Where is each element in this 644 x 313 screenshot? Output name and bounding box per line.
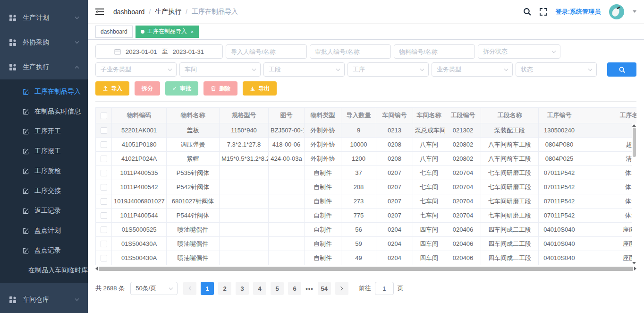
filter-select[interactable]: 工序: [347, 62, 429, 77]
row-checkbox[interactable]: [101, 127, 107, 134]
row-checkbox[interactable]: [101, 198, 107, 205]
row-checkbox[interactable]: [101, 212, 107, 219]
horizontal-scrollbar[interactable]: [95, 266, 636, 271]
table-row[interactable]: 1011P400544P544针阀体自制件7750207七车间020704七车间…: [96, 209, 637, 223]
table-row[interactable]: 41051P0180调压弹簧7.3*2.1*27.8418-00-06外制外协1…: [96, 138, 637, 152]
avatar[interactable]: [609, 4, 624, 19]
row-checkbox[interactable]: [101, 241, 107, 247]
page-size-value: 50条/页: [136, 284, 156, 293]
pager-pages: 123456•••54: [201, 282, 331, 295]
material-input[interactable]: [394, 44, 475, 59]
row-checkbox[interactable]: [101, 141, 107, 148]
scroll-left-icon[interactable]: [95, 267, 98, 270]
pager-page-button[interactable]: 4: [253, 282, 266, 295]
table-cell: 020802: [445, 138, 481, 152]
sidebar-item-production-plan[interactable]: 生产计划: [0, 6, 88, 30]
sidebar-subitem[interactable]: 在制品入车间临时库记录: [0, 261, 88, 280]
pager-page-button[interactable]: 2: [218, 282, 231, 295]
sidebar-subitem[interactable]: 盘点计划: [0, 221, 88, 241]
date-range-picker[interactable]: 2023-01-01 至 2023-01-31: [95, 44, 223, 59]
table-cell: 41021P024A: [112, 152, 167, 166]
sidebar-subitem[interactable]: 工序质检: [0, 161, 88, 181]
pager-page-button[interactable]: 54: [318, 282, 331, 295]
caret-down-icon[interactable]: [633, 10, 636, 13]
sidebar-subitem[interactable]: 返工记录: [0, 201, 88, 221]
select-placeholder: 状态: [521, 65, 533, 74]
breadcrumb-item[interactable]: 生产执行: [155, 8, 181, 16]
page-size-select[interactable]: 50条/页: [130, 282, 178, 295]
table-cell: 外制外协: [305, 123, 341, 138]
row-checkbox[interactable]: [101, 156, 107, 162]
sidebar-item-outsourcing[interactable]: 外协采购: [0, 30, 88, 55]
filter-select[interactable]: 车间: [179, 62, 261, 77]
filter-select[interactable]: 业务类型: [432, 62, 513, 77]
table-cell: [269, 237, 305, 251]
table-row[interactable]: 01S500430A喷油嘴偶件自制件490204四车间020406四车间成二工段…: [96, 251, 637, 265]
table-row[interactable]: 1011P400542P542针阀体自制件2080207七车间020704七车间…: [96, 180, 637, 194]
sidebar-subitem[interactable]: 工序在制品导入: [0, 82, 88, 102]
date-end-value: 2023-01-31: [173, 48, 204, 55]
table-row[interactable]: 1011P400535P535针阀体自制件370207七车间020704七车间研…: [96, 166, 637, 180]
scroll-up-icon[interactable]: [632, 124, 636, 127]
table-row[interactable]: 01S5000525喷油嘴偶件自制件560204四车间020406四车间成二工段…: [96, 223, 637, 237]
table-row[interactable]: 52201AK001盖板1150*940BZJ507-00-15外制外协9021…: [96, 123, 637, 138]
sidebar-subitem[interactable]: 盘点记录: [0, 241, 88, 261]
row-checkbox[interactable]: [101, 170, 107, 176]
pager-page-button[interactable]: 1: [201, 282, 214, 295]
filter-select[interactable]: 状态: [516, 62, 597, 77]
vertical-scrollbar[interactable]: [632, 123, 636, 265]
export-button[interactable]: 导出: [243, 81, 277, 96]
tab-label: dashboard: [101, 28, 127, 35]
row-checkbox[interactable]: [101, 255, 107, 261]
filter-select[interactable]: 子业务类型: [95, 62, 177, 77]
row-checkbox[interactable]: [101, 184, 107, 191]
pager-page-button[interactable]: 3: [236, 282, 249, 295]
sidebar-item-production-exec[interactable]: 生产执行: [0, 55, 88, 79]
sidebar-item-workshop-warehouse[interactable]: 车间仓库: [0, 287, 88, 312]
fullscreen-icon[interactable]: [540, 8, 547, 16]
sidebar: 销售计划 生产计划 外协采购 生产执行 工序在制品导入在制品实时信息工序开工工序…: [0, 0, 88, 313]
split-status-select[interactable]: 拆分状态: [478, 44, 560, 59]
close-icon[interactable]: ×: [191, 29, 194, 35]
select-all-checkbox[interactable]: [101, 113, 107, 119]
filter-select[interactable]: 工段: [263, 62, 345, 77]
sidebar-subitem[interactable]: 工序开工: [0, 122, 88, 141]
approve-button[interactable]: ✓ 审批: [165, 81, 198, 96]
approver-input[interactable]: [310, 44, 391, 59]
breadcrumb-item[interactable]: dashboard: [113, 8, 144, 16]
table-cell: 0207: [376, 194, 413, 209]
scroll-down-icon[interactable]: [632, 262, 636, 264]
next-page-button[interactable]: [335, 282, 348, 295]
row-checkbox[interactable]: [101, 226, 107, 233]
sidebar-subitem[interactable]: 在制品实时信息: [0, 102, 88, 122]
sidebar-subitem[interactable]: 工序交接: [0, 181, 88, 201]
sidebar-item-sales-plan[interactable]: 销售计划: [0, 0, 88, 6]
table-cell: 9: [341, 123, 376, 138]
horizontal-scroll-thumb[interactable]: [99, 267, 633, 271]
hamburger-icon[interactable]: [95, 8, 104, 16]
table-row[interactable]: 41021P024A紧帽M15*0.5*31.2*8.2424-00-03a外制…: [96, 152, 637, 166]
split-button[interactable]: 拆分: [135, 81, 160, 96]
pager-page-button[interactable]: 5: [271, 282, 284, 295]
prev-page-button[interactable]: [183, 282, 196, 295]
table-row[interactable]: 01S500430A喷油嘴偶件自制件590204四车间020406四车间成二工段…: [96, 237, 637, 251]
scroll-right-icon[interactable]: [634, 267, 636, 270]
goto-page-input[interactable]: [375, 282, 394, 295]
sidebar-subitem[interactable]: 工序报工: [0, 141, 88, 161]
pager-page-button[interactable]: 6: [288, 282, 301, 295]
pager-more-icon[interactable]: •••: [305, 285, 314, 292]
tab-dashboard[interactable]: dashboard: [95, 26, 133, 38]
vertical-scroll-thumb[interactable]: [633, 128, 636, 157]
delete-button[interactable]: 删除: [203, 81, 237, 96]
search-button[interactable]: [607, 62, 636, 77]
table-cell: 01S500430A: [112, 237, 167, 251]
checkbox-cell: [96, 237, 112, 251]
table-cell: 41051P0180: [112, 138, 167, 152]
table-cell: 体:全: [580, 166, 637, 180]
search-icon[interactable]: [523, 8, 531, 16]
table-row[interactable]: 1019J40068010276801027针阀体自制件2730207七车间02…: [96, 194, 637, 209]
import-button[interactable]: 导入: [95, 81, 129, 96]
importer-input[interactable]: [226, 44, 307, 59]
table-cell: 四车间成二工段: [481, 251, 539, 265]
tab-process-wip-import[interactable]: 工序在制品导入 ×: [136, 26, 199, 38]
